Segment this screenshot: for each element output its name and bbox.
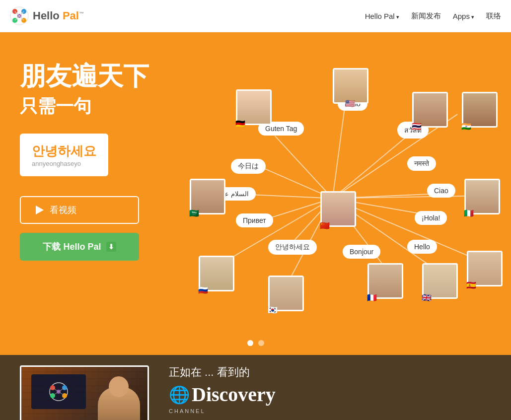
bubble-konnichiwa: 今日は	[231, 159, 266, 174]
greeting-romanized: annyeonghaseyo	[32, 160, 96, 167]
avatar-korean: 🇰🇷	[268, 276, 304, 311]
avatar-spanish: 🇪🇸	[467, 251, 503, 286]
download-button[interactable]: 下载 Hello Pal ⬇	[20, 233, 139, 261]
flag-chinese: 🇨🇳	[320, 221, 334, 230]
nav-news[interactable]: 新闻发布	[411, 11, 441, 21]
download-arrow-icon: ⬇	[106, 242, 116, 252]
navbar: Hello Pal™ Hello Pal 新闻发布 Apps 联络	[0, 0, 511, 32]
flag-us: 🇺🇸	[345, 99, 359, 108]
nav-hello-pal[interactable]: Hello Pal	[365, 12, 399, 20]
avatar-british: 🇬🇧	[422, 263, 458, 299]
play-icon	[36, 206, 44, 214]
hero-title: 朋友遍天下	[20, 62, 179, 90]
flag-british: 🇬🇧	[422, 293, 436, 302]
flag-spanish: 🇪🇸	[466, 281, 480, 290]
nav-apps[interactable]: Apps	[453, 12, 474, 20]
flag-korean: 🇰🇷	[268, 306, 282, 315]
video-thumbnail[interactable]: HELLO PAL	[20, 365, 149, 420]
dot-2[interactable]	[258, 340, 264, 346]
logo-hello: Hello	[33, 9, 60, 22]
discovery-text: Discovery	[192, 383, 276, 406]
logo-pal: Pal	[63, 9, 79, 22]
svg-line-10	[275, 136, 333, 199]
bottom-section: HELLO PAL 正如在 ... 看到的 🌐 Discovery CHANNE…	[0, 355, 511, 420]
greeting-korean: 안녕하세요	[32, 142, 96, 160]
dot-1[interactable]	[247, 340, 253, 346]
hero-network: Guten Tag Hello สวัสดี 今日は नमस्ते السلام…	[179, 57, 491, 325]
avatar-german: 🇩🇪	[236, 89, 272, 125]
hero-dots	[247, 340, 264, 346]
avatar-us: 🇺🇸	[333, 68, 368, 104]
flag-german: 🇩🇪	[235, 120, 249, 129]
nav-contact[interactable]: 联络	[486, 11, 501, 21]
avatar-russian: 🇷🇺	[199, 256, 234, 291]
hero-section: 朋友遍天下 只需一句 안녕하세요 annyeonghaseyo 看视频 下载 H…	[0, 32, 511, 355]
discovery-channel-text: CHANNEL	[169, 408, 276, 414]
avatar-chinese: 🇨🇳	[320, 191, 356, 227]
greeting-box: 안녕하세요 annyeonghaseyo	[20, 134, 108, 176]
avatar-arab: 🇸🇦	[190, 179, 225, 214]
bubble-hola: ¡Hola!	[415, 211, 447, 225]
flag-russian: 🇷🇺	[198, 286, 212, 295]
flag-italian: 🇮🇹	[464, 209, 478, 218]
avatar-french: 🇫🇷	[367, 263, 403, 299]
avatar-thai: 🇹🇭	[412, 92, 448, 128]
discovery-info: 正如在 ... 看到的 🌐 Discovery CHANNEL 了解更多	[169, 365, 276, 420]
discovery-globe-icon: 🌐	[169, 385, 190, 405]
flag-indian: 🇮🇳	[461, 122, 475, 131]
bubble-bonjour: Bonjour	[343, 245, 380, 259]
discovery-logo: 🌐 Discovery	[169, 383, 276, 406]
bubble-annyeong: 안녕하세요	[268, 240, 317, 255]
bubble-ciao: Ciao	[427, 184, 455, 198]
logo-tm: ™	[79, 11, 84, 16]
bubble-privet: Привет	[236, 213, 273, 227]
discovery-seen-text: 正如在 ... 看到的	[169, 365, 276, 380]
hero-subtitle: 只需一句	[20, 94, 179, 119]
avatar-indian: 🇮🇳	[462, 92, 498, 128]
avatar-italian: 🇮🇹	[464, 179, 500, 214]
navbar-nav: Hello Pal 新闻发布 Apps 联络	[365, 11, 501, 21]
watch-video-button[interactable]: 看视频	[20, 196, 139, 224]
logo-icon	[10, 6, 29, 25]
bubble-namaste: नमस्ते	[407, 156, 436, 171]
flag-saudi: 🇸🇦	[189, 209, 203, 218]
hero-left: 朋友遍天下 只需一句 안녕하세요 annyeonghaseyo 看视频 下载 H…	[20, 57, 179, 261]
bubble-hello-2: Hello	[407, 240, 437, 254]
flag-thai: 🇹🇭	[412, 122, 426, 131]
logo: Hello Pal™	[10, 6, 84, 25]
flag-french: 🇫🇷	[367, 293, 381, 302]
